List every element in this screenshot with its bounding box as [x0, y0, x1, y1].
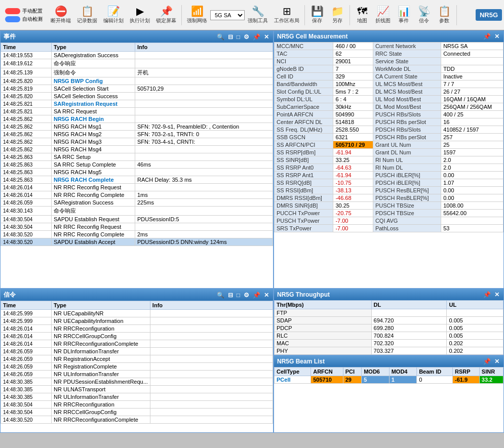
- cm-value: 29001: [333, 58, 373, 65]
- events-search-icon[interactable]: 🔍: [216, 33, 225, 41]
- bl-close-icon[interactable]: ✕: [493, 357, 500, 365]
- event-row[interactable]: 14:48:25.819 SACell Selection Start 5057…: [1, 85, 273, 93]
- event-row[interactable]: 14:48:26.014 NR RRC Reconfig Complete 1m…: [1, 191, 273, 199]
- lock-label: 锁定屏幕: [156, 17, 176, 24]
- toolbar-events[interactable]: 📊 事件: [394, 5, 414, 25]
- toolbar-chart[interactable]: 📈 折线图: [372, 5, 394, 25]
- signal-row[interactable]: 14:48:26.059 NR DLInformationTransfer: [1, 348, 273, 355]
- manual-switch-indicator[interactable]: [5, 8, 20, 14]
- signals-pin-icon[interactable]: 📌: [252, 291, 261, 299]
- network-select[interactable]: 5G SA 4G LTE Auto: [210, 10, 245, 20]
- signal-info: [150, 348, 273, 355]
- events-pin-icon[interactable]: 📌: [252, 33, 261, 41]
- signals-config-icon[interactable]: ⚙: [243, 291, 250, 299]
- tp-pin-icon[interactable]: 📌: [482, 291, 492, 299]
- event-row[interactable]: 14:48:25.863 SA RRC Setup Complete 46ms: [1, 161, 273, 169]
- toolbar-signals[interactable]: 📡 信令: [414, 5, 434, 25]
- cm-pin-icon[interactable]: 📌: [482, 32, 492, 40]
- tp-close-icon[interactable]: ✕: [493, 291, 500, 299]
- beam-row[interactable]: PCell50571029510-61.933.2: [275, 376, 503, 384]
- toolbar-force-tool[interactable]: 🔧 强制工具: [245, 5, 271, 25]
- event-row[interactable]: 14:48:25.863 NR5G RACH Complete RACH Del…: [1, 176, 273, 184]
- signals-search-icon[interactable]: 🔍: [216, 291, 225, 299]
- signals-filter-icon[interactable]: ⊟: [227, 291, 234, 299]
- events-config-icon[interactable]: ⚙: [243, 33, 250, 41]
- event-row[interactable]: 14:48:25.863 NR5G RACH Msg5: [1, 169, 273, 176]
- event-row[interactable]: 14:48:30.504 SAPDU Establish Request PDU…: [1, 216, 273, 223]
- event-time: 14:48:25.862: [1, 123, 52, 131]
- cm-value: [441, 217, 503, 225]
- event-row[interactable]: 14:48:26.014 NR RRC Reconfig Request: [1, 184, 273, 191]
- event-type: SADeregistration Success: [52, 52, 135, 59]
- event-row[interactable]: 14:48:25.862 NR5G RACH Msg3 SFN: 703-4-s…: [1, 138, 273, 146]
- event-row[interactable]: 14:48:30.520 NR RRC Reconfig Complete 2m…: [1, 231, 273, 238]
- toolbar-params[interactable]: 📋 参数: [434, 5, 454, 25]
- toolbar-save[interactable]: 💾 保存: [307, 5, 327, 25]
- cm-label: PUSCH ResBLER[%]: [373, 187, 441, 194]
- event-row[interactable]: 14:48:25.862 NR5G RACH Msg4: [1, 146, 273, 153]
- event-row[interactable]: 14:48:19.553 SADeregistration Success: [1, 52, 273, 59]
- toolbar-force-network[interactable]: 📶 强制网络: [184, 5, 210, 25]
- auto-switch-indicator[interactable]: [5, 16, 20, 22]
- cm-close-icon[interactable]: ✕: [493, 32, 500, 40]
- signals-expand-icon[interactable]: □: [236, 291, 241, 299]
- signal-row[interactable]: 14:48:26.059 NR RegistrationComplete: [1, 363, 273, 371]
- event-row[interactable]: 14:48:25.863 SA RRC Setup: [1, 153, 273, 161]
- signal-row[interactable]: 14:48:30.385 NR PDUSessionEstablishmentR…: [1, 378, 273, 386]
- toolbar-record[interactable]: 📋 记录数据: [74, 5, 100, 25]
- events-close-icon[interactable]: ✕: [263, 33, 270, 41]
- event-row[interactable]: 14:48:25.862 NR5G RACH Begin: [1, 115, 273, 123]
- toolbar-layout[interactable]: ⊞ 工作区布局: [271, 5, 302, 25]
- event-info: SFN: 703-4-s1, CRNTI:: [135, 138, 273, 146]
- toolbar-edit-plan[interactable]: 📝 编辑计划: [100, 5, 127, 25]
- event-row[interactable]: 14:48:25.862 NR5G RACH Msg1 SFN: 702-9-s…: [1, 123, 273, 131]
- signal-row[interactable]: 14:48:26.059 NR RegistrationAccept: [1, 355, 273, 363]
- bl-pin-icon[interactable]: 📌: [482, 357, 492, 365]
- event-row[interactable]: 14:48:30.520 SAPDU Establish Accept PDUS…: [1, 238, 273, 246]
- tp-dl: [371, 309, 447, 317]
- signal-row[interactable]: 14:48:26.014 NR RRCReconfiguration: [1, 325, 273, 333]
- event-row[interactable]: 14:48:30.143 命令响应: [1, 207, 273, 216]
- events-table-container[interactable]: Time Type Info 14:48:19.553 SADeregistra…: [1, 43, 273, 288]
- event-time: 14:48:19.612: [1, 59, 52, 68]
- cm-value: 16: [441, 118, 503, 126]
- toolbar-saveas[interactable]: 📁 另存: [327, 5, 347, 25]
- signal-row[interactable]: 14:48:25.999 NR UECapabilityInformation: [1, 317, 273, 325]
- toolbar-map[interactable]: 🗺 地图: [352, 5, 372, 25]
- signal-row[interactable]: 14:48:30.504 NR RRCReconfiguration: [1, 401, 273, 409]
- signal-row[interactable]: 14:48:25.999 NR UECapabilityNR: [1, 310, 273, 317]
- signal-type: NR PDUSessionEstablishmentRequ...: [52, 378, 150, 386]
- cm-label: PUSCH TxPower: [275, 217, 333, 225]
- mode-switch: 手动配置 自动检测: [2, 7, 46, 24]
- signal-row[interactable]: 14:48:30.385 NR ULInformationTransfer: [1, 393, 273, 401]
- event-row[interactable]: 14:48:25.820 NR5G BWP Config: [1, 77, 273, 85]
- events-expand-icon[interactable]: □: [236, 33, 241, 41]
- cm-value: -7.00: [333, 217, 373, 225]
- event-row[interactable]: 14:48:26.059 SARegistration Success 225m…: [1, 199, 273, 207]
- event-row[interactable]: 14:48:25.820 SACell Selection Success: [1, 93, 273, 100]
- event-row[interactable]: 14:48:30.504 NR RRC Reconfig Request: [1, 223, 273, 231]
- signal-row[interactable]: 14:48:30.385 NR ULNASTransport: [1, 386, 273, 393]
- toolbar-execute[interactable]: ▶ 执行计划: [127, 5, 153, 25]
- force-tool-label: 强制工具: [248, 17, 268, 24]
- signal-type: NR UECapabilityInformation: [52, 317, 150, 325]
- beam-cell: 505710: [311, 376, 343, 384]
- cm-value: 26 / 27: [441, 88, 503, 96]
- signal-info: [150, 325, 273, 333]
- toolbar-lock[interactable]: 📌 锁定屏幕: [153, 5, 179, 25]
- signal-row[interactable]: 14:48:26.014 NR RRCCellGroupConfig: [1, 333, 273, 340]
- signal-row[interactable]: 14:48:30.520 NR RRCReconfigurationComple…: [1, 416, 273, 424]
- signal-row[interactable]: 14:48:26.059 NR ULInformationTransfer: [1, 371, 273, 378]
- signal-row[interactable]: 14:48:30.504 NR RRCCellGroupConfig: [1, 409, 273, 416]
- event-row[interactable]: 14:48:25.139 强制命令 开机: [1, 68, 273, 77]
- events-filter-icon[interactable]: ⊟: [227, 33, 234, 41]
- event-row[interactable]: 14:48:19.612 命令响应: [1, 59, 273, 68]
- event-row[interactable]: 14:48:25.821 SARegistration Request: [1, 100, 273, 108]
- signals-table-container[interactable]: Time Type Info 14:48:25.999 NR UECapabil…: [1, 301, 273, 432]
- event-row[interactable]: 14:48:25.862 NR5G RACH Msg2 SFN: 703-2-s…: [1, 131, 273, 138]
- edit-plan-label: 编辑计划: [103, 17, 124, 24]
- signal-row[interactable]: 14:48:26.014 NR RRCReconfigurationComple…: [1, 340, 273, 348]
- signals-close-icon[interactable]: ✕: [263, 291, 270, 299]
- toolbar-disconnect[interactable]: ⛔ 断开终端: [48, 5, 74, 25]
- event-row[interactable]: 14:48:25.821 SA RRC Request: [1, 108, 273, 115]
